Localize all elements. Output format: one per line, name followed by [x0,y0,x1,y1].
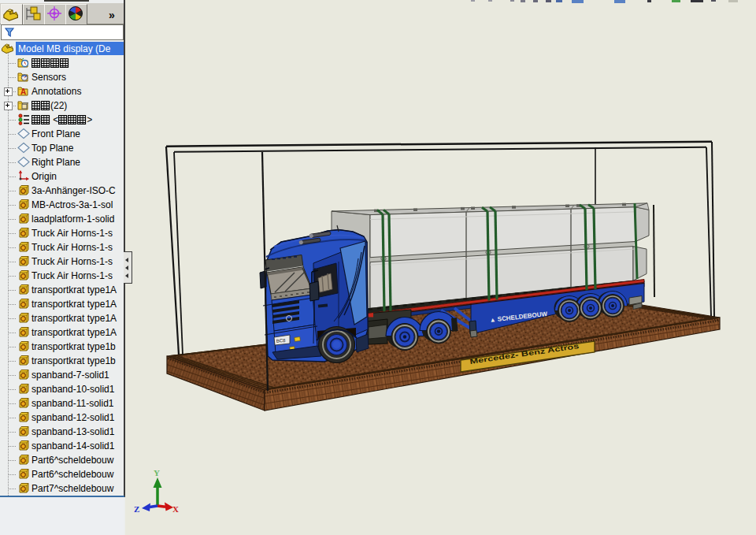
svg-text:Y: Y [154,468,160,477]
svg-text:X: X [172,504,179,514]
svg-text:Z: Z [134,504,139,514]
svg-text:BC8: BC8 [276,338,286,344]
svg-text:A: A [20,87,26,96]
